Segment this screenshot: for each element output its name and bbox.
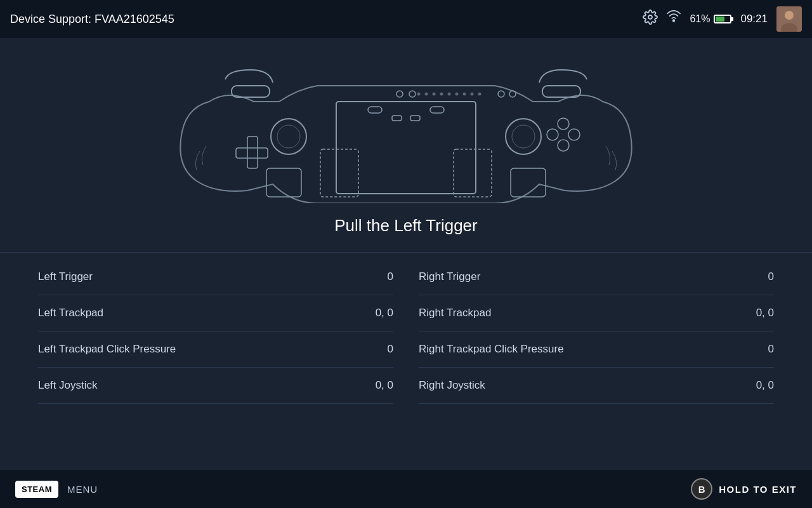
header-right: 61% 09:21 — [643, 6, 802, 32]
svg-rect-38 — [410, 116, 420, 121]
left-trackpad-pressure-label: Left Trackpad Click Pressure — [38, 343, 176, 356]
right-trackpad-pressure-row: Right Trackpad Click Pressure 0 — [419, 331, 774, 368]
right-controls-column: Right Trigger 0 Right Trackpad 0, 0 Righ… — [419, 259, 774, 404]
controller-section: Pull the Left Trigger — [0, 38, 812, 242]
battery-fill — [716, 17, 724, 22]
settings-icon[interactable] — [643, 10, 658, 29]
svg-point-15 — [568, 129, 580, 140]
menu-label: MENU — [67, 484, 98, 495]
svg-point-27 — [440, 93, 443, 96]
right-joystick-row: Right Joystick 0, 0 — [419, 368, 774, 404]
footer: STEAM MENU B HOLD TO EXIT — [0, 470, 812, 508]
left-joystick-value: 0, 0 — [376, 379, 393, 392]
left-joystick-row: Left Joystick 0, 0 — [38, 368, 393, 404]
right-trackpad-label: Right Trackpad — [419, 307, 491, 319]
device-title: Device Support: FVAA21602545 — [10, 13, 174, 26]
header: Device Support: FVAA21602545 61% — [0, 0, 812, 38]
svg-point-35 — [498, 91, 504, 97]
svg-point-1 — [673, 20, 675, 22]
svg-point-24 — [417, 93, 421, 96]
svg-point-29 — [455, 93, 459, 96]
right-joystick-value: 0, 0 — [756, 379, 774, 392]
svg-point-12 — [506, 119, 541, 154]
svg-point-16 — [547, 129, 558, 140]
right-trackpad-value: 0, 0 — [756, 307, 774, 319]
svg-rect-5 — [336, 102, 476, 194]
battery-percent: 61% — [690, 13, 710, 25]
steam-menu: STEAM MENU — [15, 481, 98, 498]
svg-point-11 — [277, 125, 300, 148]
svg-point-31 — [471, 93, 474, 96]
svg-rect-9 — [236, 148, 268, 158]
svg-rect-8 — [247, 137, 258, 168]
svg-rect-23 — [430, 107, 444, 113]
battery-bar — [714, 15, 731, 23]
controls-section: Left Trigger 0 Left Trackpad 0, 0 Left T… — [0, 259, 812, 404]
right-trigger-row: Right Trigger 0 — [419, 259, 774, 295]
svg-point-25 — [425, 93, 428, 96]
right-trigger-value: 0 — [768, 271, 774, 283]
right-trigger-label: Right Trigger — [419, 271, 480, 283]
svg-point-10 — [271, 119, 306, 154]
clock: 09:21 — [740, 13, 768, 25]
avatar[interactable] — [776, 6, 802, 32]
left-trackpad-label: Left Trackpad — [38, 307, 103, 319]
left-trackpad-pressure-value: 0 — [388, 343, 393, 356]
svg-rect-19 — [454, 149, 492, 197]
svg-point-30 — [463, 93, 466, 96]
left-trackpad-row: Left Trackpad 0, 0 — [38, 295, 393, 331]
svg-point-3 — [785, 11, 794, 20]
svg-point-13 — [512, 125, 535, 148]
left-trackpad-pressure-row: Left Trackpad Click Pressure 0 — [38, 331, 393, 368]
svg-point-28 — [448, 93, 451, 96]
right-joystick-label: Right Joystick — [419, 379, 485, 392]
svg-rect-22 — [368, 107, 382, 113]
instruction-text: Pull the Left Trigger — [334, 216, 477, 236]
left-trigger-label: Left Trigger — [38, 271, 93, 283]
right-trackpad-row: Right Trackpad 0, 0 — [419, 295, 774, 331]
svg-point-26 — [433, 93, 436, 96]
steam-button[interactable]: STEAM — [15, 481, 58, 498]
left-trackpad-value: 0, 0 — [376, 307, 393, 319]
svg-point-33 — [396, 91, 403, 97]
section-divider — [0, 252, 812, 253]
hold-exit-label: HOLD TO EXIT — [719, 484, 797, 495]
battery-info: 61% — [690, 13, 731, 25]
b-button: B — [691, 478, 712, 500]
hold-exit-area: B HOLD TO EXIT — [691, 478, 797, 500]
svg-point-17 — [558, 140, 569, 151]
signal-icon — [667, 10, 681, 28]
svg-point-32 — [478, 93, 481, 96]
right-trackpad-pressure-label: Right Trackpad Click Pressure — [419, 343, 564, 356]
controller-illustration — [165, 51, 647, 203]
right-trackpad-pressure-value: 0 — [768, 343, 774, 356]
left-joystick-label: Left Joystick — [38, 379, 98, 392]
svg-rect-18 — [320, 149, 358, 197]
svg-rect-37 — [392, 116, 402, 121]
svg-point-0 — [648, 15, 652, 19]
left-trigger-row: Left Trigger 0 — [38, 259, 393, 295]
svg-point-34 — [409, 91, 416, 97]
left-trigger-value: 0 — [388, 271, 393, 283]
left-controls-column: Left Trigger 0 Left Trackpad 0, 0 Left T… — [38, 259, 393, 404]
svg-point-14 — [558, 118, 569, 130]
svg-point-36 — [509, 91, 516, 97]
